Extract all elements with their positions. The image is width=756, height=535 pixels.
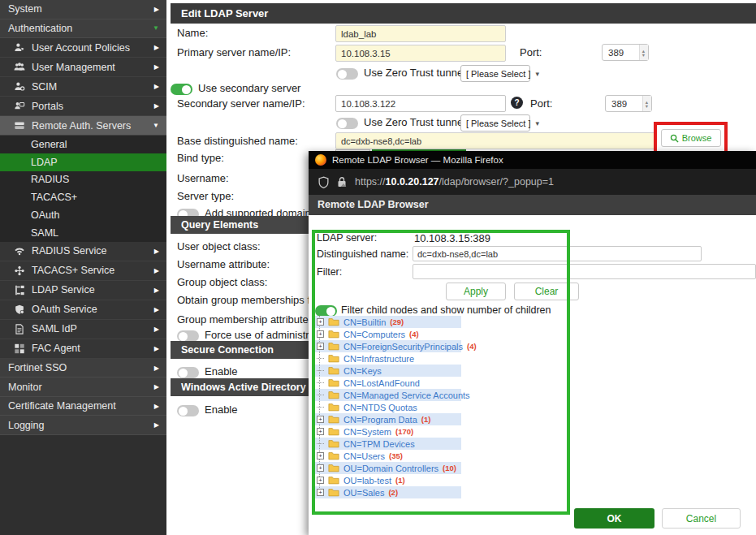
secondary-port-stepper[interactable]: 389 ▴▾ xyxy=(605,95,652,112)
tree-node-computers[interactable]: + CN=Computers(4) xyxy=(313,328,461,340)
tree-node-ntds-quotas[interactable]: CN=NTDS Quotas xyxy=(313,401,461,413)
base-dn-input[interactable] xyxy=(335,132,658,149)
tree-node-builtin[interactable]: + CN=Builtin(29) xyxy=(313,316,461,328)
ok-button[interactable]: OK xyxy=(574,508,654,529)
browse-button[interactable]: Browse xyxy=(661,129,721,147)
chevron-right-icon: ▶ xyxy=(154,248,159,255)
expand-icon[interactable]: + xyxy=(317,318,324,326)
sidebar-item-certificate-management[interactable]: Certificate Management ▶ xyxy=(0,397,166,416)
lock-warning-icon[interactable] xyxy=(337,176,347,188)
filter-label: Filter: xyxy=(317,266,342,278)
window-title: Remote LDAP Browser — Mozilla Firefox xyxy=(332,155,503,165)
sidebar-item-scim[interactable]: SCIM ▶ xyxy=(0,77,166,97)
shield-icon xyxy=(14,304,27,315)
secondary-port-label: Port: xyxy=(530,97,552,110)
url-bar[interactable]: https://10.0.20.127/ldap/browser/?_popup… xyxy=(309,169,756,195)
clear-button[interactable]: Clear xyxy=(514,283,579,300)
window-titlebar[interactable]: Remote LDAP Browser — Mozilla Firefox xyxy=(309,151,756,169)
sidebar-item-radius-service[interactable]: RADIUS Service ▶ xyxy=(0,242,166,261)
hierarchy-icon xyxy=(14,284,27,296)
popup-page-title: Remote LDAP Browser xyxy=(309,195,756,215)
tree-node-users[interactable]: + CN=Users(35) xyxy=(313,450,461,462)
secure-enable-label: Enable xyxy=(205,365,237,378)
name-label: Name: xyxy=(177,27,208,39)
folder-icon xyxy=(328,330,339,339)
primary-tunnel-select[interactable]: [ Please Select ] ▾ xyxy=(460,65,530,82)
url-text[interactable]: https://10.0.20.127/ldap/browser/?_popup… xyxy=(355,176,554,188)
expand-icon[interactable]: + xyxy=(317,330,324,338)
primary-zero-trust-toggle[interactable] xyxy=(336,68,358,80)
tree-node-keys[interactable]: CN=Keys xyxy=(313,365,461,377)
sidebar-item-monitor[interactable]: Monitor ▶ xyxy=(0,378,166,397)
sidebar-item-ldap-service[interactable]: LDAP Service ▶ xyxy=(0,281,166,300)
expand-icon[interactable]: + xyxy=(317,477,324,484)
shield-icon[interactable] xyxy=(318,176,329,188)
windows-enable-toggle[interactable] xyxy=(177,405,199,416)
expand-icon[interactable]: + xyxy=(317,452,324,459)
force-admin-toggle[interactable] xyxy=(177,330,199,342)
distinguished-name-input[interactable] xyxy=(413,246,702,261)
cancel-button[interactable]: Cancel xyxy=(662,508,741,529)
expand-icon[interactable]: + xyxy=(317,416,324,423)
users-group-icon xyxy=(14,62,27,73)
sidebar-item-user-account-policies[interactable]: User Account Policies ▶ xyxy=(0,38,166,58)
sidebar-item-oauth-service[interactable]: OAuth Service ▶ xyxy=(0,300,166,320)
folder-icon xyxy=(328,439,339,448)
secondary-server-input[interactable] xyxy=(335,95,506,112)
sidebar-item-fac-agent[interactable]: FAC Agent ▶ xyxy=(0,339,166,359)
sidebar-item-fortinet-sso[interactable]: Fortinet SSO ▶ xyxy=(0,359,166,378)
tree-node-system[interactable]: + CN=System(170) xyxy=(313,425,461,438)
sidebar-item-ldap[interactable]: LDAP xyxy=(0,153,166,171)
secondary-zero-trust-label: Use Zero Trust tunnel xyxy=(364,116,465,128)
sidebar-item-system[interactable]: System ▶ xyxy=(0,0,166,19)
sidebar-item-radius[interactable]: RADIUS xyxy=(0,171,166,189)
tree-node-sales[interactable]: + OU=Sales(2) xyxy=(313,486,461,498)
tree-node-domain-controllers[interactable]: + OU=Domain Controllers(10) xyxy=(313,462,461,474)
sidebar-item-remote-auth-servers[interactable]: Remote Auth. Servers ▼ xyxy=(0,116,166,136)
primary-server-input[interactable] xyxy=(335,45,506,62)
sidebar-item-logging[interactable]: Logging ▶ xyxy=(0,416,166,435)
apply-button[interactable]: Apply xyxy=(446,283,506,300)
use-secondary-server-toggle[interactable] xyxy=(171,84,192,95)
secondary-zero-trust-toggle[interactable] xyxy=(336,118,358,129)
name-input[interactable] xyxy=(335,25,506,42)
wifi-icon xyxy=(14,245,27,257)
sidebar-item-oauth[interactable]: OAuth xyxy=(0,206,166,224)
filter-child-nodes-toggle[interactable] xyxy=(315,305,337,317)
expand-icon[interactable]: + xyxy=(317,343,324,350)
help-icon[interactable]: ? xyxy=(511,97,523,109)
secondary-tunnel-select[interactable]: [ Please Select ] ▾ xyxy=(460,114,530,132)
secure-enable-toggle[interactable] xyxy=(177,367,199,378)
tree-node-infrastructure[interactable]: CN=Infrastructure xyxy=(313,352,461,365)
tree-node-managed-service-accounts[interactable]: CN=Managed Service Accounts xyxy=(313,389,461,401)
sidebar-item-authentication[interactable]: Authentication ▼ xyxy=(0,19,166,39)
tree-node-lab-test[interactable]: + OU=lab-test(1) xyxy=(313,474,461,486)
filter-input[interactable] xyxy=(413,264,756,279)
sidebar-item-tacacs[interactable]: TACACS+ xyxy=(0,188,166,206)
connector-icon xyxy=(14,265,27,276)
browse-highlight-box: Browse xyxy=(654,122,728,154)
tree-node-foreign-security-principals[interactable]: + CN=ForeignSecurityPrincipals(4) xyxy=(313,340,461,352)
firefox-icon xyxy=(315,154,326,166)
sidebar-item-portals[interactable]: Portals ▶ xyxy=(0,97,166,116)
leaf-branch-icon xyxy=(317,407,324,408)
expand-icon[interactable]: + xyxy=(317,489,324,496)
obtain-group-memberships-label: Obtain group memberships fr xyxy=(177,294,313,306)
expand-icon[interactable]: + xyxy=(317,464,324,472)
sidebar-item-user-management[interactable]: User Management ▶ xyxy=(0,58,166,77)
sidebar-item-saml-idp[interactable]: SAML IdP ▶ xyxy=(0,320,166,339)
chevron-down-icon: ▼ xyxy=(153,122,159,129)
primary-zero-trust-label: Use Zero Trust tunnel xyxy=(364,67,465,79)
tree-node-lostandfound[interactable]: CN=LostAndFound xyxy=(313,377,461,389)
primary-port-stepper[interactable]: 389 ▴▾ xyxy=(602,44,649,61)
tree-node-tpm-devices[interactable]: CN=TPM Devices xyxy=(313,438,461,450)
sidebar-item-saml[interactable]: SAML xyxy=(0,224,166,242)
tree-node-program-data[interactable]: + CN=Program Data(1) xyxy=(313,413,461,425)
folder-icon xyxy=(328,464,339,472)
expand-icon[interactable]: + xyxy=(317,428,324,435)
sidebar-item-general[interactable]: General xyxy=(0,136,166,153)
base-dn-label: Base distinguished name: xyxy=(177,135,298,147)
sidebar-item-tacacs-service[interactable]: TACACS+ Service ▶ xyxy=(0,261,166,281)
stepper-arrows-icon[interactable]: ▴▾ xyxy=(639,45,648,60)
stepper-arrows-icon[interactable]: ▴▾ xyxy=(642,96,651,111)
